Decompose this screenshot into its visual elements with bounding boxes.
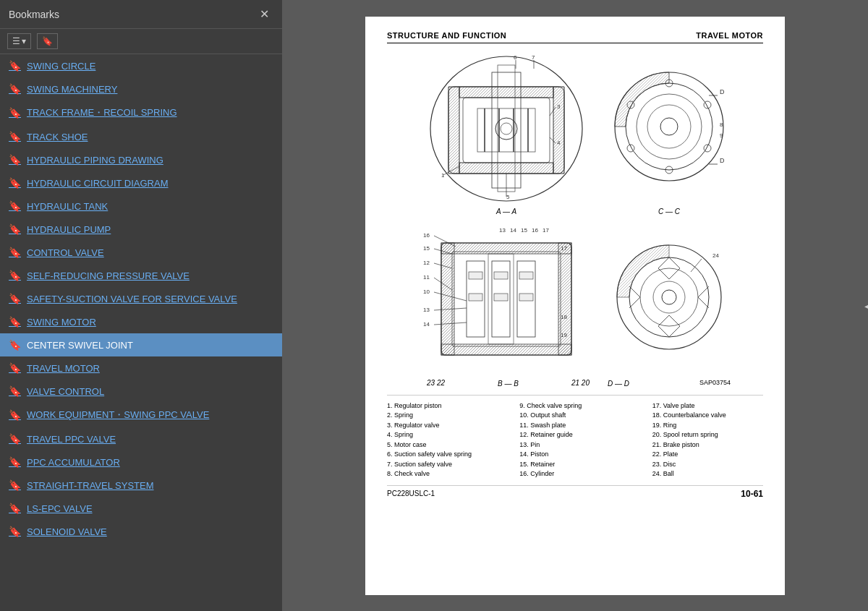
legend-item: 11. Swash plate <box>519 421 630 431</box>
bottom-label-bb-right: 21 20 <box>571 379 590 387</box>
collapse-panel-button[interactable]: ◀ <box>861 295 868 317</box>
bookmark-icon-safety-suction: 🔖 <box>9 293 21 304</box>
close-button[interactable]: ✕ <box>255 6 273 22</box>
svg-rect-48 <box>441 243 571 254</box>
bookmark-item-straight-travel[interactable]: 🔖STRAIGHT-TRAVEL SYSTEM <box>0 474 282 497</box>
bookmark-item-track-frame[interactable]: 🔖TRACK FRAME・RECOIL SPRING <box>0 101 282 125</box>
bookmark-item-swing-circle[interactable]: 🔖SWING CIRCLE <box>0 54 282 77</box>
legend-item: 3. Regulator valve <box>387 421 498 431</box>
diagram-aa-block: 1 3 4 5 <box>420 51 593 215</box>
bookmark-icon-valve-control: 🔖 <box>9 385 21 397</box>
diagram-area: 1 3 4 5 <box>387 51 763 395</box>
page-footer: PC228USLC-1 10-61 <box>387 485 763 499</box>
diagram-bb-block: 12 11 10 13 14 15 16 17 18 19 <box>420 221 593 388</box>
diagram-dd-block: 24 D — D SAP03754 <box>608 221 731 388</box>
legend-columns: 1. Regulator piston2. Spring3. Regulator… <box>387 401 763 479</box>
arrow-left-icon: ◀ <box>864 300 869 312</box>
bookmark-label-self-reducing: SELF-REDUCING PRESSURE VALVE <box>27 270 190 281</box>
header-travel-motor: TRAVEL MOTOR <box>696 31 763 40</box>
list-icon: ☰ <box>12 36 20 46</box>
bookmark-icon-self-reducing: 🔖 <box>9 270 21 281</box>
legend-item: 6. Suction safety valve spring <box>387 450 498 460</box>
svg-rect-58 <box>519 294 533 301</box>
legend-item: 18. Counterbalance valve <box>652 411 763 421</box>
diagrams-bottom-row: 12 11 10 13 14 15 16 17 18 19 <box>420 221 731 388</box>
legend-item: 1. Regulator piston <box>387 401 498 411</box>
bookmark-label-swing-circle: SWING CIRCLE <box>27 61 95 72</box>
legend-item: 19. Ring <box>652 421 763 431</box>
svg-rect-54 <box>494 272 508 279</box>
bookmark-label-ls-epc: LS-EPC VALVE <box>27 503 93 514</box>
bookmark-item-ppc-accumulator[interactable]: 🔖PPC ACCUMULATOR <box>0 450 282 474</box>
legend-item: 17. Valve plate <box>652 401 763 411</box>
svg-text:10: 10 <box>423 289 430 295</box>
bookmark-add-button[interactable]: 🔖 <box>37 33 58 49</box>
bookmark-item-valve-control[interactable]: 🔖VALVE CONTROL <box>0 380 282 403</box>
bookmark-label-work-equipment: WORK EQUIPMENT・SWING PPC VALVE <box>27 409 209 422</box>
svg-text:24: 24 <box>712 252 719 259</box>
bookmark-icon-ls-epc: 🔖 <box>9 503 21 514</box>
bookmark-item-track-shoe[interactable]: 🔖TRACK SHOE <box>0 125 282 148</box>
svg-text:5: 5 <box>506 194 510 200</box>
legend-item: 15. Retainer <box>519 460 630 470</box>
bookmark-label-control-valve: CONTROL VALVE <box>27 247 104 258</box>
diagram-dd-label: D — D <box>608 380 629 388</box>
legend-item: 24. Ball <box>652 469 763 479</box>
bookmark-icon-hydraulic-pump: 🔖 <box>9 223 21 235</box>
legend-item: 9. Check valve spring <box>519 401 630 411</box>
bookmark-item-swing-machinery[interactable]: 🔖SWING MACHINERY <box>0 77 282 101</box>
bookmark-item-safety-suction[interactable]: 🔖SAFETY-SUCTION VALVE FOR SERVICE VALVE <box>0 287 282 310</box>
bookmark-item-work-equipment[interactable]: 🔖WORK EQUIPMENT・SWING PPC VALVE <box>0 403 282 427</box>
bookmark-icon-travel-ppc: 🔖 <box>9 433 21 445</box>
bookmark-item-hydraulic-piping[interactable]: 🔖HYDRAULIC PIPING DRAWING <box>0 148 282 171</box>
svg-text:4: 4 <box>557 140 561 146</box>
svg-rect-46 <box>441 243 454 355</box>
bookmark-item-ls-epc[interactable]: 🔖LS-EPC VALVE <box>0 497 282 520</box>
bookmark-item-self-reducing[interactable]: 🔖SELF-REDUCING PRESSURE VALVE <box>0 264 282 287</box>
bookmark-item-hydraulic-circuit[interactable]: 🔖HYDRAULIC CIRCUIT DIAGRAM <box>0 171 282 195</box>
legend-item: 12. Retainer guide <box>519 430 630 440</box>
bookmark-item-hydraulic-tank[interactable]: 🔖HYDRAULIC TANK <box>0 195 282 218</box>
list-view-button[interactable]: ☰ ▾ <box>7 33 31 49</box>
bookmark-icon-straight-travel: 🔖 <box>9 479 21 491</box>
footer-model: PC228USLC-1 <box>387 490 435 497</box>
bookmark-item-solenoid-valve[interactable]: 🔖SOLENOID VALVE <box>0 520 282 543</box>
sap-code: SAP03754 <box>699 379 731 386</box>
legend-item: 23. Disc <box>652 460 763 470</box>
footer-page: 10-61 <box>741 489 763 499</box>
bookmark-icon-solenoid-valve: 🔖 <box>9 526 21 537</box>
legend-col-2: 9. Check valve spring10. Output shaft11.… <box>519 401 630 479</box>
bookmark-item-travel-ppc[interactable]: 🔖TRAVEL PPC VALVE <box>0 427 282 450</box>
svg-text:17: 17 <box>542 227 549 234</box>
svg-rect-53 <box>469 272 482 279</box>
bottom-label-bb-left: 23 22 <box>427 379 445 387</box>
bookmark-icon-ppc-accumulator: 🔖 <box>9 456 21 468</box>
svg-text:15: 15 <box>521 227 527 234</box>
bookmark-icon-control-valve: 🔖 <box>9 247 21 258</box>
legend-item: 16. Cylinder <box>519 469 630 479</box>
svg-text:3: 3 <box>557 103 561 110</box>
bookmark-label-hydraulic-piping: HYDRAULIC PIPING DRAWING <box>27 155 163 166</box>
bookmark-item-swing-motor[interactable]: 🔖SWING MOTOR <box>0 310 282 333</box>
bookmark-item-travel-motor[interactable]: 🔖TRAVEL MOTOR <box>0 356 282 380</box>
diagrams-top-row: 1 3 4 5 <box>420 51 731 215</box>
page-content: STRUCTURE AND FUNCTION TRAVEL MOTOR <box>365 17 785 595</box>
svg-text:9: 9 <box>720 132 723 139</box>
legend-item: 7. Suction safety valve <box>387 460 498 470</box>
bookmark-item-center-swivel[interactable]: 🔖CENTER SWIVEL JOINT <box>0 333 282 356</box>
bookmark-item-control-valve[interactable]: 🔖CONTROL VALVE <box>0 241 282 264</box>
legend-col-3: 17. Valve plate18. Counterbalance valve1… <box>652 401 763 479</box>
bookmark-icon-hydraulic-piping: 🔖 <box>9 154 21 166</box>
svg-text:18: 18 <box>561 314 567 320</box>
legend-item: 22. Plate <box>652 450 763 460</box>
svg-text:13: 13 <box>423 307 430 313</box>
svg-text:D: D <box>720 88 725 95</box>
bookmark-item-hydraulic-pump[interactable]: 🔖HYDRAULIC PUMP <box>0 218 282 241</box>
svg-text:16: 16 <box>423 232 430 239</box>
bookmark-icon-work-equipment: 🔖 <box>9 409 21 421</box>
bookmark-icon-center-swivel: 🔖 <box>9 339 21 351</box>
bookmark-icon-swing-circle: 🔖 <box>9 60 21 72</box>
bookmark-label-valve-control: VALVE CONTROL <box>27 386 104 397</box>
bookmarks-header: Bookmarks ✕ <box>0 0 282 29</box>
bookmark-icon-swing-machinery: 🔖 <box>9 83 21 95</box>
